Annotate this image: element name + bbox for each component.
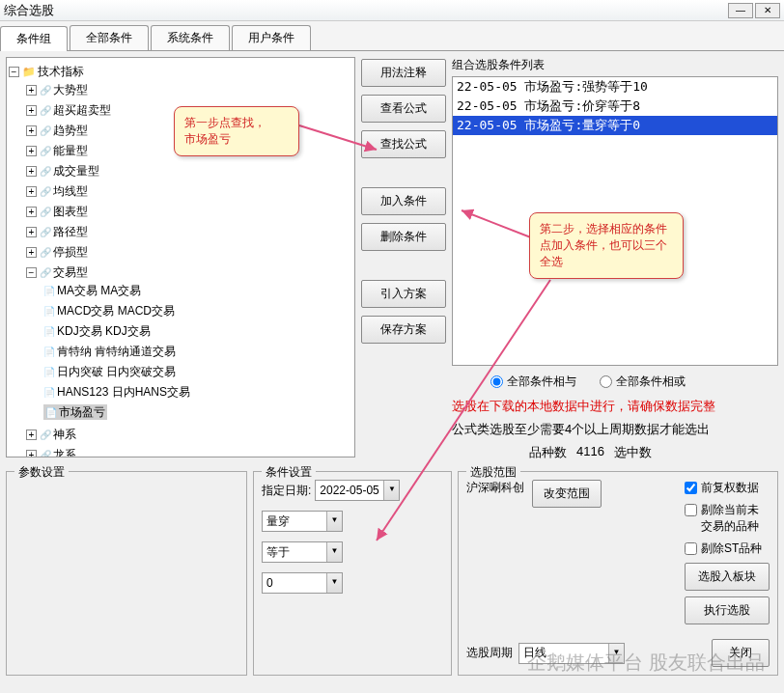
chevron-down-icon[interactable]: ▼ [326,542,342,562]
tree-item[interactable]: 日内突破 日内突破交易 [43,365,176,378]
import-plan-button[interactable]: 引入方案 [361,280,446,308]
tree-item[interactable]: HANS123 日内HANS交易 [43,385,190,399]
tree-item-selected[interactable]: 市场盈亏 [43,404,107,420]
window-title: 综合选股 [4,2,726,19]
radio-or[interactable]: 全部条件相或 [600,374,686,390]
add-condition-button[interactable]: 加入条件 [361,187,446,215]
cond-group-title: 条件设置 [262,464,316,481]
scope-group: 选股范围 沪深唰科创 改变范围 前复权数据 剔除当前未交易的品种 剔除ST品种 … [458,471,778,676]
selected-label: 选中数 [614,444,652,461]
value-input[interactable]: ▼ [262,572,343,594]
info-text: 公式类选股至少需要4个以上周期数据才能选出 [452,421,778,438]
tree-cat[interactable]: 趋势型 [40,124,88,137]
list-row-selected[interactable]: 22-05-05 市场盈亏:量穿等于0 [453,116,777,135]
chk-remove-st[interactable]: 剔除ST品种 [685,541,770,557]
varieties-count: 4116 [576,444,604,461]
operator-select[interactable]: ▼ [262,541,343,563]
tab-condition-group[interactable]: 条件组 [0,26,68,51]
tab-system-conditions[interactable]: 系统条件 [151,25,230,50]
tree-cat[interactable]: 图表型 [40,205,88,218]
chk-fq[interactable]: 前复权数据 [685,480,770,496]
chk-remove-notrade[interactable]: 剔除当前未交易的品种 [685,502,770,535]
toggle-icon[interactable]: + [26,207,37,217]
varieties-label: 品种数 [529,444,567,461]
close-button[interactable]: ✕ [755,3,780,18]
tree-item[interactable]: MACD交易 MACD交易 [43,304,175,318]
toggle-icon[interactable]: + [26,125,37,136]
tree-cat[interactable]: 大势型 [40,83,88,97]
view-formula-button[interactable]: 查看公式 [361,95,446,123]
toggle-icon[interactable]: + [26,430,37,440]
callout-step1: 第一步点查找， 市场盈亏 [174,106,299,156]
toggle-icon[interactable]: + [26,85,37,96]
toggle-icon[interactable]: − [9,67,19,77]
find-formula-button[interactable]: 查找公式 [361,130,446,158]
change-scope-button[interactable]: 改变范围 [532,480,602,508]
usage-note-button[interactable]: 用法注释 [361,59,446,87]
titlebar: 综合选股 — ✕ [0,0,784,21]
radio-and[interactable]: 全部条件相与 [490,374,576,390]
tab-user-conditions[interactable]: 用户条件 [232,25,311,50]
tree-cat[interactable]: 能量型 [40,144,88,157]
toggle-icon[interactable]: + [26,146,37,156]
tree-root[interactable]: 技术指标 [22,65,84,78]
toggle-icon[interactable]: + [26,450,37,457]
warning-text: 选股在下载的本地数据中进行，请确保数据完整 [452,398,778,415]
tab-all-conditions[interactable]: 全部条件 [70,25,149,50]
execute-button[interactable]: 执行选股 [685,596,770,624]
minimize-button[interactable]: — [728,3,753,18]
date-input[interactable]: ▼ [315,480,400,501]
tree-cat[interactable]: 成交量型 [40,164,99,178]
tree-cat[interactable]: 龙系 [40,448,76,457]
field-select[interactable]: ▼ [262,511,343,532]
list-row[interactable]: 22-05-05 市场盈亏:价穿等于8 [453,97,777,116]
tree-item[interactable]: 肯特纳 肯特纳通道交易 [43,345,176,358]
chevron-down-icon[interactable]: ▼ [326,573,342,593]
tree-cat-trade[interactable]: 交易型 [40,265,88,279]
tree-item[interactable]: MA交易 MA交易 [43,284,141,297]
chevron-down-icon[interactable]: ▼ [326,512,342,531]
date-label: 指定日期: [262,483,311,499]
watermark: 企鹅媒体平台 股友联合出品 [527,650,765,676]
market-text: 沪深唰科创 [466,480,524,496]
toggle-icon[interactable]: + [26,105,37,116]
select-into-block-button[interactable]: 选股入板块 [685,563,770,591]
toggle-icon[interactable]: + [26,227,37,237]
toggle-icon[interactable]: + [26,247,37,258]
condition-group: 条件设置 指定日期: ▼ ▼ ▼ ▼ [253,471,452,676]
period-label: 选股周期 [466,645,513,661]
param-group-title: 参数设置 [14,464,69,481]
tree-item[interactable]: KDJ交易 KDJ交易 [43,324,151,338]
save-plan-button[interactable]: 保存方案 [361,316,446,344]
param-group: 参数设置 [6,471,247,676]
callout-step2: 第二步，选择相应的条件点加入条件，也可以三个全选 [529,212,684,279]
list-row[interactable]: 22-05-05 市场盈亏:强势等于10 [453,77,777,97]
tree-cat[interactable]: 神系 [40,428,76,441]
scope-group-title: 选股范围 [466,464,520,481]
tab-bar: 条件组 全部条件 系统条件 用户条件 [0,21,784,51]
combo-list-label: 组合选股条件列表 [452,57,778,73]
delete-condition-button[interactable]: 删除条件 [361,223,446,251]
toggle-icon[interactable]: + [26,166,37,177]
toggle-icon[interactable]: − [26,267,37,278]
chevron-down-icon[interactable]: ▼ [383,481,399,500]
toggle-icon[interactable]: + [26,186,37,197]
tree-cat[interactable]: 路径型 [40,225,88,238]
tree-cat[interactable]: 超买超卖型 [40,103,111,117]
tree-cat[interactable]: 均线型 [40,184,88,198]
tree-cat[interactable]: 停损型 [40,245,88,259]
